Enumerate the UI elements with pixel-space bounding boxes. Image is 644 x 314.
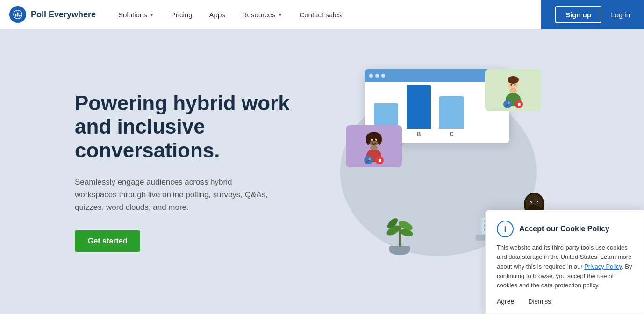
nav-apps[interactable]: Apps — [201, 0, 234, 29]
tile-controls-right: 🎤 ⏹ — [503, 100, 523, 108]
svg-point-6 — [366, 134, 371, 145]
svg-point-17 — [511, 84, 512, 86]
logo-link[interactable]: Poll Everywhere — [9, 6, 96, 23]
nav-solutions[interactable]: Solutions ▼ — [110, 0, 163, 29]
bar-c — [439, 96, 464, 129]
svg-rect-2 — [17, 12, 19, 16]
hero-content: Powering hybrid work and inclusive conve… — [75, 92, 308, 252]
svg-point-11 — [372, 139, 372, 141]
bar-b — [407, 85, 431, 129]
svg-point-19 — [509, 88, 517, 93]
bar-label-c: C — [450, 131, 454, 137]
svg-point-12 — [375, 139, 376, 141]
privacy-policy-link[interactable]: Privacy Policy — [584, 263, 622, 270]
cookie-info-icon: i — [497, 221, 514, 237]
svg-point-18 — [515, 84, 516, 86]
svg-point-15 — [508, 76, 519, 84]
login-button[interactable]: Log in — [611, 11, 630, 19]
navbar: Poll Everywhere Solutions ▼ Pricing Apps… — [0, 0, 644, 29]
solutions-chevron-icon: ▼ — [150, 12, 154, 17]
video-tile-left: 🎤 ⏹ — [346, 125, 402, 167]
cookie-title: Accept our Cookie Policy — [519, 225, 609, 233]
svg-point-13 — [370, 145, 378, 150]
cookie-body-text: This website and its third-party tools u… — [497, 243, 632, 290]
cookie-actions: Agree Dismiss — [497, 298, 632, 305]
resources-chevron-icon: ▼ — [278, 12, 282, 17]
svg-point-49 — [537, 202, 538, 203]
get-started-button[interactable]: Get started — [75, 230, 140, 252]
nav-auth: Sign up Log in — [541, 0, 644, 29]
video-tile-right: 🎤 ⏹ — [485, 69, 541, 111]
bar-label-b: B — [417, 131, 421, 137]
signup-button[interactable]: Sign up — [555, 6, 601, 23]
nav-links: Solutions ▼ Pricing Apps Resources ▼ Con… — [110, 0, 541, 29]
plant — [383, 209, 416, 256]
brand-name: Poll Everywhere — [31, 10, 96, 20]
bar-group-b: B — [407, 85, 431, 137]
cookie-agree-button[interactable]: Agree — [497, 298, 514, 305]
titlebar-dot-2 — [375, 74, 379, 78]
cookie-banner: i Accept our Cookie Policy This website … — [485, 210, 644, 314]
hero-title: Powering hybrid work and inclusive conve… — [75, 92, 308, 163]
svg-point-48 — [530, 202, 531, 203]
svg-point-7 — [377, 134, 382, 145]
svg-rect-1 — [15, 14, 17, 16]
mic-icon-right: 🎤 — [503, 100, 512, 108]
titlebar-dot — [369, 74, 373, 78]
video-off-icon: ⏹ — [375, 156, 384, 164]
cookie-dismiss-button[interactable]: Dismiss — [528, 298, 551, 305]
mic-icon: 🎤 — [364, 156, 372, 164]
titlebar-dot-3 — [381, 74, 385, 78]
video-off-icon-right: ⏹ — [515, 100, 523, 108]
cookie-header: i Accept our Cookie Policy — [497, 221, 632, 237]
hero-description: Seamlessly engage audiences across hybri… — [75, 176, 276, 214]
logo-icon — [9, 6, 26, 23]
nav-resources[interactable]: Resources ▼ — [234, 0, 291, 29]
tile-controls-left: 🎤 ⏹ — [364, 156, 384, 164]
bar-group-c: C — [439, 96, 464, 137]
nav-pricing[interactable]: Pricing — [163, 0, 201, 29]
svg-rect-3 — [19, 15, 21, 17]
nav-contact[interactable]: Contact sales — [291, 0, 350, 29]
